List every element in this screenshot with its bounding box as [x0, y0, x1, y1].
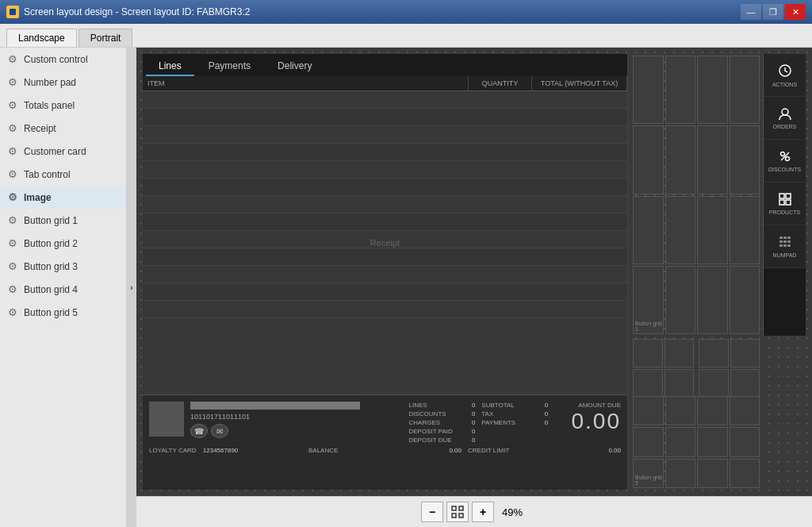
label-deposit-due: DEPOSIT DUE: [409, 437, 452, 444]
grid-btn[interactable]: [697, 396, 728, 425]
grid-btn[interactable]: [697, 266, 728, 334]
grid-btn[interactable]: [730, 56, 760, 124]
tab-payments[interactable]: Payments: [196, 57, 263, 76]
sidebar-item-totals-panel[interactable]: ⚙ Totals panel: [0, 94, 126, 117]
gear-icon: ⚙: [8, 145, 17, 157]
sidebar-item-button-grid-1[interactable]: ⚙ Button grid 1: [0, 209, 126, 232]
totals-section: SUBTOTAL 0 TAX 0 PAYMENTS: [481, 402, 548, 444]
sidebar-item-tab-control[interactable]: ⚙ Tab control: [0, 163, 126, 186]
grid-btn[interactable]: [665, 459, 696, 488]
grid-btn[interactable]: [730, 339, 760, 367]
receipt-row: [143, 283, 627, 301]
receipt-area[interactable]: Receipt: [143, 91, 627, 394]
grid-btn[interactable]: [730, 396, 760, 425]
grid-btn[interactable]: [665, 56, 696, 124]
val-deposit-due: 0: [472, 437, 475, 444]
action-btn-products[interactable]: PRODUCTS: [764, 183, 806, 225]
sidebar-item-receipt[interactable]: ⚙ Receipt: [0, 117, 126, 140]
gear-icon: ⚙: [8, 76, 17, 88]
val-payments: 0: [545, 419, 548, 426]
bottom-spacer: [763, 394, 806, 490]
receipt-row: [143, 266, 627, 283]
grid-btn[interactable]: [699, 339, 729, 367]
maximize-button[interactable]: ❐: [763, 4, 783, 20]
action-btn-actions[interactable]: ACTIONS: [764, 54, 806, 97]
grid-btn[interactable]: [633, 196, 664, 264]
sidebar-item-button-grid-3[interactable]: ⚙ Button grid 3: [0, 255, 126, 278]
svg-rect-20: [452, 506, 456, 510]
grid-btn[interactable]: [697, 459, 728, 488]
sidebar-item-customer-card[interactable]: ⚙ Customer card: [0, 140, 126, 163]
val-loyalty: 1234567890: [203, 447, 239, 454]
button-grid-5-area: Button grid 5: [631, 394, 761, 490]
tab-landscape[interactable]: Landscape: [6, 29, 77, 47]
phone-button[interactable]: ☎: [190, 424, 208, 438]
products-label: PRODUCTS: [769, 210, 800, 215]
gear-icon: ⚙: [8, 191, 17, 203]
grid-btn[interactable]: [730, 196, 760, 264]
grid-btn[interactable]: [697, 196, 728, 264]
grid-btn[interactable]: Button grid 5: [633, 459, 664, 488]
grid-btn[interactable]: [730, 427, 760, 456]
sidebar-item-image[interactable]: ⚙ Image: [0, 186, 126, 209]
grid-btn[interactable]: [665, 369, 695, 398]
sidebar-item-number-pad[interactable]: ⚙ Number pad: [0, 71, 126, 94]
close-button[interactable]: ✕: [785, 4, 806, 20]
sidebar-item-custom-control[interactable]: ⚙ Custom control: [0, 48, 126, 71]
svg-rect-10: [786, 200, 791, 205]
pos-screen: Lines Payments Delivery ITEM QUANTITY TO…: [143, 54, 806, 490]
grid-btn[interactable]: [665, 266, 696, 334]
sidebar-item-label: Totals panel: [24, 100, 75, 111]
label-subtotal: SUBTOTAL: [481, 402, 515, 409]
email-button[interactable]: ✉: [211, 424, 228, 438]
zoom-in-button[interactable]: +: [472, 502, 494, 522]
grid-btn[interactable]: Button grid 1: [633, 266, 664, 334]
amount-due-label: AMOUNT DUE: [554, 402, 621, 409]
grid-btn[interactable]: [697, 56, 728, 124]
label-tax: TAX: [481, 410, 493, 417]
grid-btn[interactable]: [633, 125, 664, 194]
grid-btn[interactable]: [697, 125, 728, 194]
grid-btn[interactable]: [665, 196, 696, 264]
receipt-row: [143, 301, 627, 318]
minimize-button[interactable]: —: [741, 4, 761, 20]
grid-btn[interactable]: [665, 339, 695, 367]
grid-btn[interactable]: [697, 427, 728, 456]
grid-btn[interactable]: [730, 369, 760, 398]
action-btn-orders[interactable]: ORDERS: [764, 97, 806, 140]
grid-btn[interactable]: [633, 339, 663, 367]
discounts-icon: [778, 149, 792, 165]
tab-portrait[interactable]: Portrait: [79, 29, 133, 47]
grid-btn[interactable]: [633, 427, 664, 456]
customer-fields: LOYALTY CARD 1234567890 BALANCE 0.00 CRE…: [149, 447, 621, 454]
sidebar-item-button-grid-2[interactable]: ⚙ Button grid 2: [0, 232, 126, 255]
grid-btn[interactable]: [665, 125, 696, 194]
grid-btn[interactable]: [633, 369, 663, 398]
sidebar-item-label: Receipt: [24, 123, 56, 134]
zoom-out-button[interactable]: −: [421, 502, 443, 522]
action-btn-discounts[interactable]: DISCOUNTS: [764, 140, 806, 183]
amount-due-section: AMOUNT DUE 0.00: [554, 402, 621, 444]
grid-btn[interactable]: [730, 459, 760, 488]
title-bar: Screen layout design - Screen layout ID:…: [0, 0, 812, 24]
grid-btn[interactable]: [665, 427, 696, 456]
grid-btn[interactable]: [730, 266, 760, 334]
svg-point-3: [782, 109, 788, 115]
tab-lines[interactable]: Lines: [146, 57, 194, 76]
zoom-toolbar: − + 49%: [136, 496, 812, 527]
sidebar-item-button-grid-4[interactable]: ⚙ Button grid 4: [0, 278, 126, 301]
col-item: ITEM: [143, 76, 469, 90]
grid-btn[interactable]: [633, 56, 664, 124]
zoom-level-label: 49%: [497, 506, 527, 518]
sidebar-item-button-grid-5[interactable]: ⚙ Button grid 5: [0, 301, 126, 324]
sidebar-collapse[interactable]: ›: [127, 48, 136, 527]
grid-btn[interactable]: [633, 396, 664, 425]
grid-btn[interactable]: [665, 396, 696, 425]
val-lines: 0: [472, 402, 475, 409]
action-btn-numpad[interactable]: NUMPAD: [764, 225, 806, 268]
grid-btn[interactable]: [699, 369, 729, 398]
tab-delivery[interactable]: Delivery: [265, 57, 324, 76]
grid-btn[interactable]: [730, 125, 760, 194]
orders-icon: [778, 106, 792, 122]
zoom-fit-button[interactable]: [446, 502, 469, 522]
